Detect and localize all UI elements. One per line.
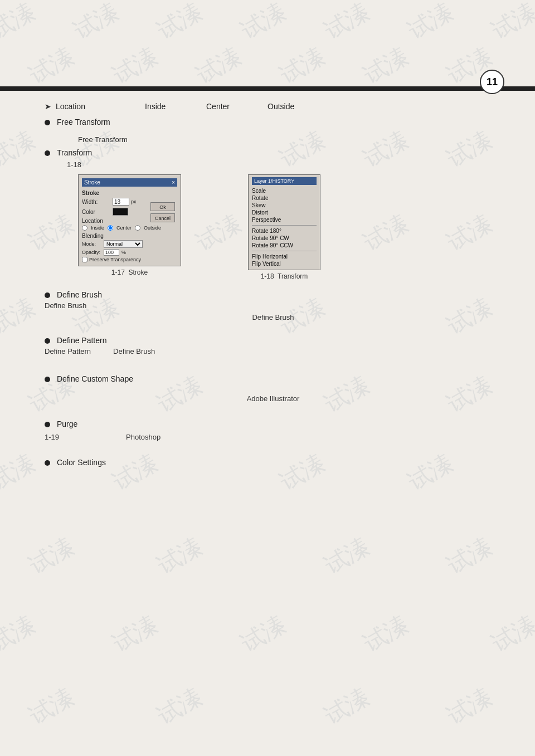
width-unit: px [131, 199, 137, 204]
watermark: 试溱 [235, 0, 291, 46]
bullet-dot [45, 377, 50, 382]
watermark: 试溱 [358, 41, 414, 91]
bullet-dot [45, 150, 50, 156]
adobe-illustrator-text: Adobe Illustrator [45, 394, 502, 403]
watermark: 试溱 [23, 681, 80, 731]
watermark: 试溱 [319, 531, 375, 581]
figure-number-118: 1-18 [67, 160, 502, 169]
transform-item-rotate180[interactable]: Rotate 180° [252, 227, 317, 235]
watermark: 试溱 [358, 609, 414, 659]
watermark: 试溱 [191, 41, 247, 91]
color-swatch[interactable] [113, 208, 128, 216]
checkbox-preserve-row: Preserve Transparency [82, 257, 177, 262]
free-transform-label: Free Transform [57, 118, 110, 126]
watermark: 试溱 [107, 41, 163, 91]
watermark: 试溱 [0, 0, 40, 46]
bullet-define-brush: Define Brush [45, 290, 502, 299]
transform-item-flip-h[interactable]: Flip Horizontal [252, 253, 317, 260]
stroke-dialog: Stroke × Ok Cancel Stroke Width: 13 px [78, 174, 181, 266]
purge-figure-number: 1-19 [45, 433, 59, 441]
bullet-define-pattern: Define Pattern [45, 336, 502, 345]
radio-center-label: Center [116, 225, 132, 231]
preserve-checkbox[interactable] [82, 257, 87, 262]
location-header-row: ➤ Location Inside Center Outside [45, 102, 502, 111]
define-brush-text2: Define Brush [113, 347, 155, 355]
purge-label: Purge [57, 420, 77, 428]
bullet-dot [45, 460, 50, 466]
transform-item-perspective[interactable]: Perspective [252, 216, 317, 223]
watermark: 试溱 [319, 0, 375, 46]
radio-outside[interactable] [135, 225, 140, 231]
transform-figure-caption: 1-18 Transform [261, 272, 308, 280]
stroke-figure-caption: 1-17 Stroke [111, 269, 148, 276]
radio-center[interactable] [108, 225, 113, 231]
watermark: 试溱 [274, 41, 330, 91]
bullet-free-transform: Free Transform [45, 118, 502, 126]
transform-item-rotate90ccw[interactable]: Rotate 90° CCW [252, 242, 317, 249]
watermark: 试溱 [23, 531, 80, 581]
location-label: Location [56, 102, 145, 111]
mode-label: Mode: [82, 241, 101, 247]
bullet-dot [45, 338, 50, 344]
transform-item-distort[interactable]: Distort [252, 209, 317, 216]
blending-section-label: Blending [82, 233, 177, 239]
watermark: 试溱 [152, 681, 208, 731]
watermark: 试溱 [107, 609, 163, 659]
figure-stroke-block: Stroke × Ok Cancel Stroke Width: 13 px [78, 174, 181, 276]
opacity-unit: % [121, 250, 126, 255]
main-content: ➤ Location Inside Center Outside Free Tr… [45, 91, 502, 467]
transform-item-scale[interactable]: Scale [252, 187, 317, 194]
watermark: 试溱 [235, 609, 291, 659]
purge-photoshop-label: Photoshop [126, 433, 160, 441]
watermark: 试溱 [23, 41, 80, 91]
figure-row-dialogs: Stroke × Ok Cancel Stroke Width: 13 px [78, 174, 502, 280]
color-label: Color [82, 209, 113, 215]
transform-dialog: Layer 1/HISTORY Scale Rotate Skew Distor… [248, 174, 320, 270]
bullet-transform: Transform [45, 148, 502, 157]
bullet-dot [45, 292, 50, 298]
inside-label: Inside [145, 102, 206, 111]
watermark: 试溱 [486, 609, 535, 659]
mode-select[interactable]: Normal [104, 240, 143, 248]
radio-outside-label: Outside [144, 225, 161, 231]
location-radio-row: Inside Center Outside [82, 225, 177, 231]
purge-figure-row: 1-19 Photoshop [45, 433, 502, 441]
transform-item-flip-v[interactable]: Flip Vertical [252, 260, 317, 267]
center-label: Center [206, 102, 268, 111]
transform-dialog-title: Layer 1/HISTORY [252, 177, 317, 185]
define-brush-desc1: Define Brush [45, 301, 502, 310]
bullet-purge: Purge [45, 420, 502, 428]
watermark: 试溱 [0, 447, 40, 498]
define-custom-shape-label: Define Custom Shape [57, 374, 133, 383]
watermark: 试溱 [319, 681, 375, 731]
transform-item-rotate[interactable]: Rotate [252, 194, 317, 202]
define-pattern-desc: Define Pattern Define Brush [45, 347, 502, 355]
stroke-section-label: Stroke [82, 190, 177, 196]
page-number: 11 [487, 76, 498, 88]
define-pattern-text: Define Pattern [45, 347, 91, 355]
width-input[interactable]: 13 [113, 198, 129, 206]
radio-inside[interactable] [82, 225, 87, 231]
transform-item-skew[interactable]: Skew [252, 202, 317, 209]
opacity-row: Opacity: 100 % [82, 249, 177, 256]
mode-row: Mode: Normal [82, 240, 177, 248]
watermark: 试溱 [486, 0, 535, 46]
watermark: 试溱 [441, 681, 498, 731]
define-brush-center: Define Brush [45, 313, 502, 321]
stroke-dialog-titlebar: Stroke × [82, 178, 177, 187]
watermark: 试溱 [68, 0, 124, 46]
arrow-icon: ➤ [45, 102, 51, 111]
define-pattern-label: Define Pattern [57, 336, 107, 345]
page-number-badge: 11 [480, 70, 504, 94]
bullet-dot [45, 120, 50, 125]
bullet-define-custom-shape: Define Custom Shape [45, 374, 502, 383]
stroke-dialog-title: Stroke [84, 179, 100, 186]
transform-item-rotate90cw[interactable]: Rotate 90° CW [252, 235, 317, 242]
opacity-input[interactable]: 100 [104, 249, 119, 256]
free-transform-subtitle: Free Transform [78, 135, 502, 144]
stroke-ok-button[interactable]: Ok [150, 202, 175, 211]
watermark: 试溱 [441, 531, 498, 581]
color-settings-label: Color Settings [57, 458, 106, 467]
stroke-dialog-close[interactable]: × [172, 179, 175, 186]
stroke-cancel-button[interactable]: Cancel [150, 213, 175, 222]
